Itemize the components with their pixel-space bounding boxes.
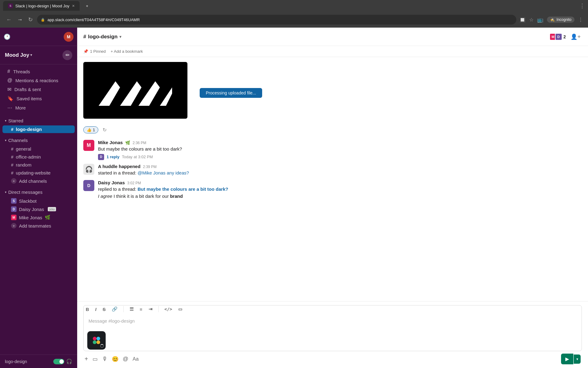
send-button[interactable]: ▶	[561, 354, 573, 364]
bold-button[interactable]: B	[85, 306, 90, 313]
footer-toggle[interactable]: 🎧	[53, 358, 72, 364]
mike-author-name[interactable]: Mike Jonas	[98, 140, 123, 145]
channels-arrow-icon: ▾	[5, 139, 6, 142]
member-avatars[interactable]: M D 2	[549, 33, 566, 40]
add-channels-button[interactable]: + Add channels	[2, 177, 75, 185]
you-badge: you	[48, 207, 56, 211]
sidebar-channel-logo-design[interactable]: # logo-design	[2, 125, 75, 133]
saved-icon: 🔖	[7, 96, 13, 102]
reaction-bar: 👍 1 ↻	[83, 126, 582, 134]
active-tab[interactable]: S Slack | logo-design | Mood Joy ✕	[3, 1, 80, 11]
hash-icon-random: #	[11, 163, 13, 167]
browser-menu-icon[interactable]: ⋮	[579, 2, 585, 9]
add-channels-label: Add channels	[19, 178, 47, 184]
toggle-switch[interactable]	[53, 359, 64, 364]
code-button[interactable]: </>	[164, 306, 173, 312]
sidebar-item-saved[interactable]: 🔖 Saved items	[2, 94, 75, 103]
add-people-icon[interactable]: 👤+	[569, 32, 582, 41]
sidebar-channel-office-admin[interactable]: # office-admin	[2, 153, 75, 161]
attachment-button[interactable]: ▭	[92, 356, 98, 362]
dm-section-label: Direct messages	[8, 190, 43, 195]
mike-author-emoji: 🌿	[125, 140, 130, 145]
new-tab-button[interactable]: +	[81, 1, 93, 11]
forward-button[interactable]: →	[16, 15, 24, 24]
workspace-name[interactable]: Mood Joy ▾	[5, 52, 32, 58]
pin-icon: 📌	[83, 49, 88, 54]
text-format-button[interactable]: Aa	[133, 356, 139, 362]
sidebar-channel-general[interactable]: # general	[2, 145, 75, 153]
dm-section: ▾ Direct messages S Slackbot D Daisy Jon…	[0, 186, 77, 231]
voice-button[interactable]: 🎙	[102, 356, 107, 362]
pinned-item[interactable]: 📌 1 Pinned	[83, 49, 106, 54]
italic-button[interactable]: I	[94, 306, 97, 313]
add-bookmark-button[interactable]: + Add a bookmark	[111, 49, 143, 54]
channels-section-header[interactable]: ▾ Channels	[0, 136, 77, 145]
browser-tabs: S Slack | logo-design | Mood Joy ✕ + ⋮	[0, 0, 588, 12]
sidebar-nav: # Threads @ Mentions & reactions ✉ Draft…	[0, 64, 77, 115]
block-button[interactable]: ▭	[177, 306, 183, 312]
add-reaction-button[interactable]: ↻	[101, 126, 108, 134]
daisy-message-time: 3:02 PM	[127, 181, 141, 185]
add-button[interactable]: +	[85, 355, 88, 362]
sidebar-dm-slackbot[interactable]: S Slackbot	[2, 197, 75, 205]
browser-menu-dots[interactable]: ⋮	[578, 17, 583, 23]
star-icon[interactable]: ☆	[529, 17, 533, 23]
refresh-button[interactable]: ↻	[27, 15, 34, 24]
message-input[interactable]	[84, 315, 582, 328]
incognito-label: Incognito	[556, 17, 571, 22]
sidebar-channel-updating-website[interactable]: # updating-website	[2, 169, 75, 177]
sidebar-dm-daisy[interactable]: D Daisy Jonas you	[2, 205, 75, 213]
daisy-bold-text: brand	[170, 194, 183, 199]
sidebar-item-drafts[interactable]: ✉ Drafts & sent	[2, 85, 75, 94]
slack-app: 🕐 M Mood Joy ▾ ✏ # Threads @ Mentions & …	[0, 28, 588, 368]
dm-section-header[interactable]: ▾ Direct messages	[0, 188, 77, 197]
browser-actions: 🔲 ☆ 📺 🕵 Incognito ⋮	[519, 17, 583, 23]
logo-svg	[92, 69, 178, 112]
workspace-name-text: Mood Joy	[5, 52, 29, 58]
sidebar-dm-mike[interactable]: M Mike Jonas 🌿	[2, 213, 75, 221]
sidebar-item-mentions[interactable]: @ Mentions & reactions	[2, 76, 75, 85]
channel-name-text: logo-design	[88, 34, 117, 40]
slack-avatar[interactable]: M	[64, 32, 74, 42]
history-icon[interactable]: 🕐	[4, 33, 10, 40]
channel-title[interactable]: # logo-design ▾	[83, 34, 121, 40]
mentions-icon: @	[7, 78, 12, 83]
thumbs-up-reaction[interactable]: 👍 1	[83, 126, 98, 133]
daisy-author-name[interactable]: Daisy Jonas	[98, 180, 125, 185]
reply-thread-button[interactable]: D 1 reply Today at 3:02 PM	[98, 154, 582, 160]
channel-title-chevron-icon: ▾	[119, 35, 121, 39]
member-avatar-2: D	[555, 33, 562, 40]
toolbar-separator-2	[158, 306, 159, 312]
address-bar[interactable]: 🔒 app.slack.com/client/T04A4T58F4H/C049T…	[37, 15, 516, 25]
back-button[interactable]: ←	[5, 15, 13, 24]
ordered-list-button[interactable]: ☰	[129, 305, 134, 313]
cast-icon[interactable]: 📺	[537, 17, 543, 23]
browser-chrome: S Slack | logo-design | Mood Joy ✕ + ⋮ ←…	[0, 0, 588, 28]
close-tab-button[interactable]: ✕	[72, 4, 75, 8]
daisy-thread-link[interactable]: But maybe the colours are a bit too dark…	[138, 186, 228, 192]
add-teammates-button[interactable]: + Add teammates	[2, 222, 75, 230]
message-mike-jonas: M Mike Jonas 🌿 2:36 PM But maybe the col…	[83, 139, 582, 161]
starred-section-header[interactable]: ▾ Starred	[0, 116, 77, 125]
huddle-thread-link[interactable]: @Mike Jonas any ideas?	[138, 170, 189, 175]
mention-button[interactable]: @	[123, 356, 128, 362]
svg-marker-0	[99, 81, 120, 106]
extensions-icon[interactable]: 🔲	[519, 17, 526, 23]
compose-button[interactable]: ✏	[62, 50, 72, 60]
unordered-list-button[interactable]: ≡	[139, 306, 143, 313]
link-button[interactable]: 🔗	[111, 305, 119, 313]
emoji-button[interactable]: 😊	[112, 356, 119, 362]
send-button-group: ▶ ▾	[561, 354, 581, 364]
sidebar-item-threads[interactable]: # Threads	[2, 67, 75, 76]
send-options-button[interactable]: ▾	[574, 355, 581, 364]
workspace-chevron-icon: ▾	[30, 53, 32, 57]
message-content-huddle: A huddle happened 2:39 PM started in a t…	[98, 164, 582, 177]
indent-button[interactable]: ⇥	[148, 305, 153, 313]
sidebar-channel-random[interactable]: # random	[2, 161, 75, 169]
sidebar-item-more[interactable]: ⋯ More	[2, 103, 75, 112]
slackbot-avatar: S	[11, 198, 17, 204]
mike-dm-avatar: M	[11, 215, 17, 220]
message-header-mike: Mike Jonas 🌿 2:36 PM	[98, 140, 582, 145]
url-text: app.slack.com/client/T04A4T58F4H/C049T46…	[47, 17, 140, 22]
strikethrough-button[interactable]: S	[102, 306, 107, 313]
